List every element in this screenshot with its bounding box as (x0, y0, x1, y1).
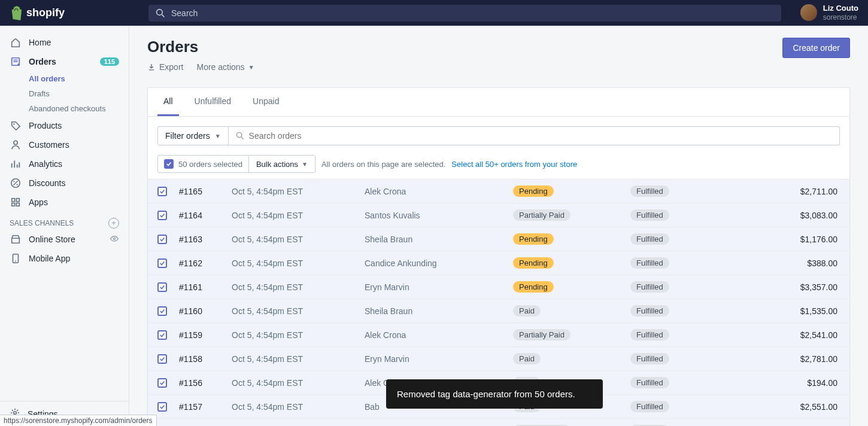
order-date: Oct 5, 4:54pm EST (232, 211, 365, 220)
add-channel-button[interactable]: + (108, 218, 119, 229)
payment-badge: Paid (513, 353, 541, 364)
order-total: $1,176.00 (750, 235, 840, 244)
row-checkbox[interactable] (157, 187, 167, 196)
order-date: Oct 5, 4:54pm EST (232, 354, 365, 364)
nav-all-orders[interactable]: All orders (29, 71, 129, 86)
order-id: #1161 (179, 282, 232, 292)
create-order-button[interactable]: Create order (782, 38, 850, 58)
search-orders-input[interactable] (249, 131, 832, 141)
row-checkbox[interactable] (157, 258, 167, 268)
row-checkbox[interactable] (157, 211, 167, 220)
order-id: #1162 (179, 258, 232, 268)
fulfillment-badge: Fulfilled (630, 233, 669, 245)
row-checkbox[interactable] (157, 402, 167, 412)
page-selected-text: All orders on this page are selected. (321, 160, 445, 169)
payment-badge: Partially Paid (513, 209, 570, 221)
order-customer: Eryn Marvin (365, 282, 513, 292)
table-row[interactable]: #1163Oct 5, 4:54pm ESTSheila BraunPendin… (148, 227, 849, 251)
fulfillment-badge: Fulfilled (630, 257, 669, 269)
payment-badge: Pending (513, 257, 554, 269)
payment-badge: Partially Paid (513, 329, 570, 340)
svg-point-0 (157, 9, 163, 15)
search-icon (156, 8, 165, 18)
nav-online-store[interactable]: Online Store (0, 230, 129, 249)
svg-point-5 (13, 181, 14, 182)
payment-badge: Pending (513, 281, 554, 293)
fulfillment-badge: Fulfilled (630, 281, 669, 293)
order-date: Oct 5, 4:54pm EST (232, 187, 365, 196)
brand-logo[interactable]: shopify (10, 6, 129, 20)
select-all-checkbox[interactable] (164, 159, 174, 169)
tab-all[interactable]: All (157, 88, 179, 116)
user-menu[interactable]: Liz Couto sorenstore (800, 4, 858, 21)
nav-discounts[interactable]: Discounts (0, 174, 129, 193)
chevron-down-icon: ▼ (248, 64, 254, 71)
order-id: #1160 (179, 306, 232, 316)
order-customer: Eryn Marvin (365, 354, 513, 364)
table-row[interactable]: #1164Oct 5, 4:54pm ESTSantos KuvalisPart… (148, 203, 849, 227)
global-search[interactable] (148, 5, 781, 22)
mobile-icon (10, 252, 22, 264)
svg-point-13 (15, 261, 16, 262)
nav-customers[interactable]: Customers (0, 135, 129, 154)
row-checkbox[interactable] (157, 235, 167, 244)
nav-analytics[interactable]: Analytics (0, 154, 129, 174)
order-id: #1165 (179, 187, 232, 196)
global-search-input[interactable] (171, 8, 774, 18)
main-content: Orders Export More actions ▼ Create orde… (129, 26, 868, 426)
nav-apps[interactable]: Apps (0, 193, 129, 212)
order-total: $194.00 (750, 378, 840, 388)
nav-home[interactable]: Home (0, 33, 129, 52)
order-id: #1158 (179, 354, 232, 364)
nav-orders[interactable]: Orders 115 (0, 52, 129, 71)
bulk-actions-button[interactable]: Bulk actions ▼ (248, 156, 315, 172)
order-id: #1164 (179, 211, 232, 220)
search-orders[interactable] (229, 126, 840, 145)
export-button[interactable]: Export (147, 62, 183, 72)
avatar (800, 4, 817, 21)
nav-products[interactable]: Products (0, 116, 129, 135)
table-row[interactable]: #1161Oct 5, 4:54pm ESTEryn MarvinPending… (148, 275, 849, 299)
tab-unpaid[interactable]: Unpaid (247, 88, 285, 116)
nav-abandoned[interactable]: Abandoned checkouts (29, 101, 129, 116)
user-name: Liz Couto (823, 4, 858, 13)
fulfillment-badge: Fulfilled (630, 401, 669, 412)
filter-orders-button[interactable]: Filter orders ▼ (157, 126, 229, 145)
order-total: $2,711.00 (750, 187, 840, 196)
more-actions-button[interactable]: More actions ▼ (196, 62, 254, 72)
row-checkbox[interactable] (157, 306, 167, 316)
table-row[interactable]: #1158Oct 5, 4:54pm ESTEryn MarvinPaidFul… (148, 346, 849, 370)
order-id: #1157 (179, 402, 232, 412)
svg-rect-9 (12, 203, 15, 206)
table-row[interactable]: #1165Oct 5, 4:54pm ESTAlek CronaPendingF… (148, 179, 849, 203)
select-all-link[interactable]: Select all 50+ orders from your store (451, 160, 577, 169)
nav-mobile-app[interactable]: Mobile App (0, 249, 129, 268)
shopify-bag-icon (10, 6, 23, 20)
user-store: sorenstore (823, 13, 858, 22)
tab-unfulfilled[interactable]: Unfulfilled (189, 88, 237, 116)
status-url: https://sorenstore.myshopify.com/admin/o… (0, 415, 157, 426)
store-icon (10, 233, 22, 245)
table-row[interactable]: #1155Oct 5, 4:54pm ESTAlek CronaPartiall… (148, 418, 849, 426)
global-search-wrap (148, 5, 781, 22)
row-checkbox[interactable] (157, 282, 167, 292)
selection-count: 50 orders selected (178, 160, 242, 169)
table-row[interactable]: #1160Oct 5, 4:54pm ESTSheila BraunPaidFu… (148, 299, 849, 322)
view-store-icon[interactable] (110, 234, 119, 245)
table-row[interactable]: #1159Oct 5, 4:54pm ESTAlek CronaPartiall… (148, 322, 849, 346)
row-checkbox[interactable] (157, 378, 167, 388)
sales-channels-header: SALES CHANNELS + (0, 212, 129, 230)
fulfillment-badge: Fulfilled (630, 185, 669, 197)
order-date: Oct 5, 4:54pm EST (232, 378, 365, 388)
download-icon (147, 63, 156, 71)
order-total: $2,551.00 (750, 402, 840, 412)
tabs: All Unfulfilled Unpaid (148, 88, 849, 117)
order-total: $1,535.00 (750, 306, 840, 316)
orders-card: All Unfulfilled Unpaid Filter orders ▼ (147, 87, 850, 426)
row-checkbox[interactable] (157, 330, 167, 340)
table-row[interactable]: #1162Oct 5, 4:54pm ESTCandice AnkundingP… (148, 251, 849, 275)
svg-rect-10 (16, 203, 19, 206)
nav-drafts[interactable]: Drafts (29, 86, 129, 101)
order-total: $3,083.00 (750, 211, 840, 220)
row-checkbox[interactable] (157, 354, 167, 364)
